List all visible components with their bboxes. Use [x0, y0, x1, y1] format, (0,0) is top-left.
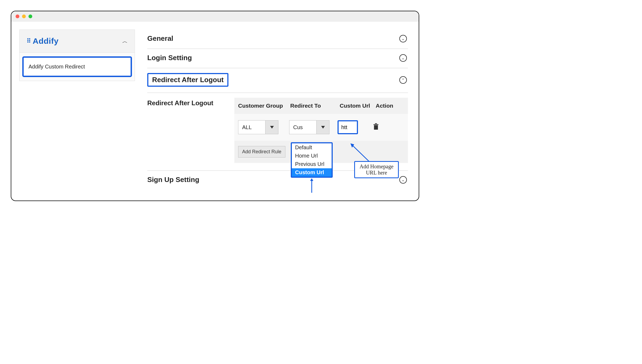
dropdown-option-custom-url[interactable]: Custom Url — [292, 168, 332, 177]
brand-logo: ⠿ Addify — [27, 37, 59, 46]
annotation-line2: URL here — [366, 170, 387, 176]
redirect-to-cell: Cus — [289, 120, 338, 134]
sidebar-item-custom-redirect[interactable]: Addify Custom Redirect — [22, 56, 132, 77]
section-title-signup: Sign Up Setting — [147, 176, 199, 184]
svg-rect-1 — [374, 124, 378, 125]
annotation-arrow — [309, 178, 314, 193]
dropdown-option-previous-url[interactable]: Previous Url — [292, 160, 332, 168]
table-row: ALL Cus htt — [234, 114, 408, 141]
section-general[interactable]: General ⌄ — [147, 30, 408, 49]
window-maximize-dot[interactable] — [28, 14, 32, 18]
sidebar-item-label: Addify Custom Redirect — [28, 64, 85, 70]
window-close-dot[interactable] — [16, 14, 19, 18]
chevron-down-icon: ⌄ — [399, 176, 407, 184]
logout-section-body: Redirect After Logout Customer Group Red… — [147, 93, 408, 171]
custom-url-cell: htt — [338, 120, 372, 134]
section-title-login: Login Setting — [147, 54, 192, 62]
customer-group-cell: ALL — [238, 120, 289, 134]
table-header-row: Customer Group Redirect To Custom Url Ac… — [234, 98, 408, 114]
redirect-to-dropdown[interactable]: Default Home Url Previous Url Custom Url — [291, 142, 333, 178]
customer-group-select[interactable]: ALL — [238, 120, 278, 134]
sidebar-items: Addify Custom Redirect — [19, 53, 135, 81]
section-redirect-after-logout[interactable]: Redirect After Logout ⌃ — [147, 68, 408, 93]
logout-body-label: Redirect After Logout — [147, 98, 228, 163]
svg-rect-2 — [375, 123, 377, 124]
custom-url-value: htt — [341, 124, 347, 130]
dropdown-option-default[interactable]: Default — [292, 143, 332, 152]
dropdown-trigger[interactable] — [265, 121, 278, 134]
brand-text: Addify — [33, 37, 59, 46]
add-redirect-rule-button[interactable]: Add Redirect Rule — [238, 146, 285, 158]
svg-line-5 — [352, 145, 369, 162]
col-redirect-to: Redirect To — [290, 103, 339, 109]
customer-group-value: ALL — [238, 121, 265, 134]
settings-sidebar: ⠿ Addify ︿ Addify Custom Redirect — [19, 30, 135, 190]
col-action: Action — [376, 103, 403, 109]
redirect-to-value: Cus — [289, 121, 316, 134]
custom-url-input[interactable]: htt — [338, 120, 358, 134]
svg-marker-4 — [310, 178, 313, 181]
redirect-to-select[interactable]: Cus — [289, 120, 329, 134]
window-titlebar — [11, 11, 419, 21]
col-custom-url: Custom Url — [340, 103, 375, 109]
window-minimize-dot[interactable] — [22, 14, 26, 18]
svg-rect-0 — [374, 125, 378, 130]
action-cell — [372, 123, 399, 131]
section-login-setting[interactable]: Login Setting ⌄ — [147, 49, 408, 68]
logout-rules-table: Customer Group Redirect To Custom Url Ac… — [234, 98, 408, 163]
trash-icon — [373, 123, 379, 130]
dropdown-option-home-url[interactable]: Home Url — [292, 152, 332, 160]
chevron-up-icon: ⌃ — [399, 76, 407, 84]
dropdown-trigger[interactable] — [316, 121, 329, 134]
annotation-arrow — [349, 143, 371, 163]
chevron-down-icon: ⌄ — [399, 54, 407, 62]
triangle-down-icon — [270, 126, 274, 129]
triangle-down-icon — [321, 126, 325, 129]
browser-window: ⠿ Addify ︿ Addify Custom Redirect Genera… — [11, 11, 419, 201]
window-body: ⠿ Addify ︿ Addify Custom Redirect Genera… — [11, 21, 419, 201]
delete-row-button[interactable] — [372, 123, 379, 131]
section-title-general: General — [147, 34, 173, 43]
sidebar-brand-header[interactable]: ⠿ Addify ︿ — [19, 30, 135, 53]
section-title-logout: Redirect After Logout — [147, 73, 228, 87]
brand-mark-icon: ⠿ — [27, 38, 31, 45]
settings-main: General ⌄ Login Setting ⌄ Redirect After… — [147, 30, 408, 190]
annotation-add-homepage: Add Homepage URL here — [354, 161, 399, 178]
chevron-down-icon: ⌄ — [399, 35, 407, 42]
annotation-line1: Add Homepage — [360, 163, 393, 169]
chevron-up-icon: ︿ — [122, 38, 128, 45]
col-customer-group: Customer Group — [238, 103, 289, 109]
